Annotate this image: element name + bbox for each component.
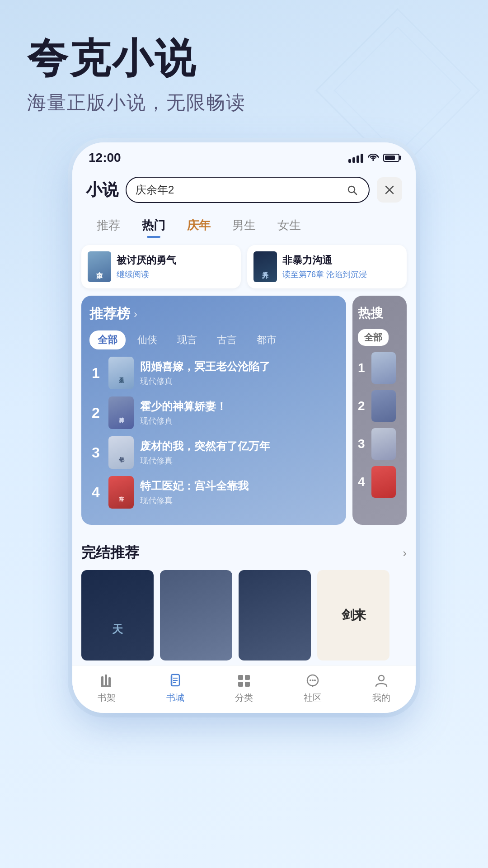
bookstore-icon xyxy=(167,673,183,689)
recent-books: 全凉 被讨厌的勇气 继续阅读 天升 非暴力沟通 读至第76章 沦陷到沉浸 xyxy=(72,238,416,296)
recent-book-2-progress: 读至第76章 沦陷到沉浸 xyxy=(282,269,400,280)
completed-book-2[interactable] xyxy=(160,570,232,660)
filter-tab-guyan[interactable]: 古言 xyxy=(209,330,245,349)
hot-cover-2 xyxy=(371,390,396,422)
nav-category-label: 分类 xyxy=(235,692,253,704)
hot-cover-1 xyxy=(371,352,396,384)
svg-rect-10 xyxy=(108,677,111,685)
recent-book-1-name: 被讨厌的勇气 xyxy=(117,254,235,267)
filter-tab-all[interactable]: 全部 xyxy=(89,330,126,349)
search-button[interactable] xyxy=(344,182,360,198)
svg-rect-20 xyxy=(245,682,250,687)
svg-rect-16 xyxy=(171,675,173,685)
completed-book-4[interactable]: 剑来 xyxy=(317,570,389,660)
svg-rect-17 xyxy=(238,675,243,680)
status-time: 12:00 xyxy=(89,151,121,165)
completed-book-1[interactable]: 天 xyxy=(81,570,154,660)
bookshelf-icon xyxy=(99,673,115,689)
completed-book-3[interactable] xyxy=(239,570,311,660)
status-icons xyxy=(348,152,399,164)
close-button[interactable] xyxy=(377,177,402,203)
board-header: 推荐榜 › xyxy=(89,305,338,323)
nav-bookshelf[interactable]: 书架 xyxy=(72,673,141,704)
grid-icon xyxy=(236,673,252,689)
hot-item-4[interactable]: 4 xyxy=(358,466,401,498)
filter-tab-xianyan[interactable]: 现言 xyxy=(169,330,205,349)
board-arrow[interactable]: › xyxy=(134,308,137,321)
nav-profile-label: 我的 xyxy=(372,692,390,704)
marketing-area: 夸克小说 海量正版小说，无限畅读 xyxy=(0,0,488,133)
filter-tab-dushi[interactable]: 都市 xyxy=(249,330,285,349)
svg-point-22 xyxy=(310,679,311,681)
hot-item-2[interactable]: 2 xyxy=(358,390,401,422)
book-info-3: 废材的我，突然有了亿万年 现代修真 xyxy=(140,439,338,466)
hot-search-title: 热搜 xyxy=(358,305,401,322)
wifi-icon xyxy=(368,152,379,164)
book-cover-1: 全灵 xyxy=(108,357,134,389)
nav-bookstore-label: 书城 xyxy=(166,692,184,704)
nav-bookstore[interactable]: 书城 xyxy=(141,673,210,704)
svg-rect-18 xyxy=(245,675,250,680)
filter-tab-xianxia[interactable]: 仙侠 xyxy=(129,330,165,349)
battery-fill xyxy=(385,156,395,160)
hot-item-1[interactable]: 1 xyxy=(358,352,401,384)
recent-book-1[interactable]: 全凉 被讨厌的勇气 继续阅读 xyxy=(81,245,241,288)
book-cover-3: 亿年 xyxy=(108,436,134,469)
recommend-book-4[interactable]: 4 宫斗 特工医妃：宫斗全靠我 现代修真 xyxy=(89,476,338,509)
tab-special[interactable]: 庆年 xyxy=(176,213,221,238)
completed-arrow[interactable]: › xyxy=(403,546,407,560)
book-tag-3: 现代修真 xyxy=(140,455,338,466)
status-bar: 12:00 xyxy=(72,142,416,170)
completed-section: 完结推荐 › 天 剑来 xyxy=(72,534,416,665)
book-name-1: 阴婚喜嫁，冥王老公沦陷了 xyxy=(140,359,338,373)
completed-title: 完结推荐 xyxy=(81,543,139,563)
signal-bar-2 xyxy=(352,157,355,163)
book-tag-4: 现代修真 xyxy=(140,495,338,506)
hot-rank-4: 4 xyxy=(358,475,368,489)
chat-icon xyxy=(305,673,321,689)
app-header: 小说 庆余年2 xyxy=(72,170,416,210)
hot-filter-all[interactable]: 全部 xyxy=(358,329,389,346)
header-title: 小说 xyxy=(86,179,118,201)
book-info-4: 特工医妃：宫斗全靠我 现代修真 xyxy=(140,479,338,505)
recommend-book-1[interactable]: 1 全灵 阴婚喜嫁，冥王老公沦陷了 现代修真 xyxy=(89,357,338,389)
phone-mockup: 12:00 小说 xyxy=(0,142,488,722)
tab-male[interactable]: 男生 xyxy=(221,213,267,238)
battery-icon xyxy=(383,154,399,162)
phone-body: 12:00 小说 xyxy=(72,142,416,713)
recent-book-2-cover: 天升 xyxy=(253,251,277,282)
book-name-4: 特工医妃：宫斗全靠我 xyxy=(140,479,338,493)
recent-book-2-info: 非暴力沟通 读至第76章 沦陷到沉浸 xyxy=(282,254,400,280)
nav-profile[interactable]: 我的 xyxy=(347,673,416,704)
completed-books: 天 剑来 xyxy=(81,570,407,660)
svg-point-25 xyxy=(379,675,384,681)
tab-recommend[interactable]: 推荐 xyxy=(86,213,131,238)
svg-rect-8 xyxy=(101,676,103,685)
completed-section-header: 完结推荐 › xyxy=(81,543,407,563)
main-content: 推荐榜 › 全部 仙侠 现言 古言 xyxy=(72,296,416,534)
hot-item-3[interactable]: 3 xyxy=(358,428,401,460)
recommend-book-2[interactable]: 2 神算 霍少的神算娇妻！ 现代修真 xyxy=(89,396,338,429)
book-tag-2: 现代修真 xyxy=(140,415,338,426)
book-info-2: 霍少的神算娇妻！ 现代修真 xyxy=(140,399,338,426)
svg-point-24 xyxy=(314,679,316,681)
book-name-2: 霍少的神算娇妻！ xyxy=(140,399,338,413)
recommend-board: 推荐榜 › 全部 仙侠 现言 古言 xyxy=(81,296,346,525)
hot-search-panel: 热搜 全部 1 2 3 4 xyxy=(352,296,407,525)
board-title: 推荐榜 xyxy=(89,305,130,323)
nav-community[interactable]: 社区 xyxy=(278,673,347,704)
tab-female[interactable]: 女生 xyxy=(267,213,312,238)
hot-cover-3 xyxy=(371,428,396,460)
tab-hot[interactable]: 热门 xyxy=(131,213,176,238)
book-name-3: 废材的我，突然有了亿万年 xyxy=(140,439,338,453)
search-bar[interactable]: 庆余年2 xyxy=(126,177,370,203)
filter-tabs: 全部 仙侠 现言 古言 都市 xyxy=(89,330,338,349)
nav-category[interactable]: 分类 xyxy=(210,673,278,704)
book-rank-2: 2 xyxy=(89,405,102,421)
recommend-book-3[interactable]: 3 亿年 废材的我，突然有了亿万年 现代修真 xyxy=(89,436,338,469)
bottom-nav: 书架 书城 分类 xyxy=(72,665,416,713)
nav-community-label: 社区 xyxy=(304,692,322,704)
svg-line-2 xyxy=(398,9,479,90)
book-rank-3: 3 xyxy=(89,444,102,461)
recent-book-2[interactable]: 天升 非暴力沟通 读至第76章 沦陷到沉浸 xyxy=(247,245,407,288)
